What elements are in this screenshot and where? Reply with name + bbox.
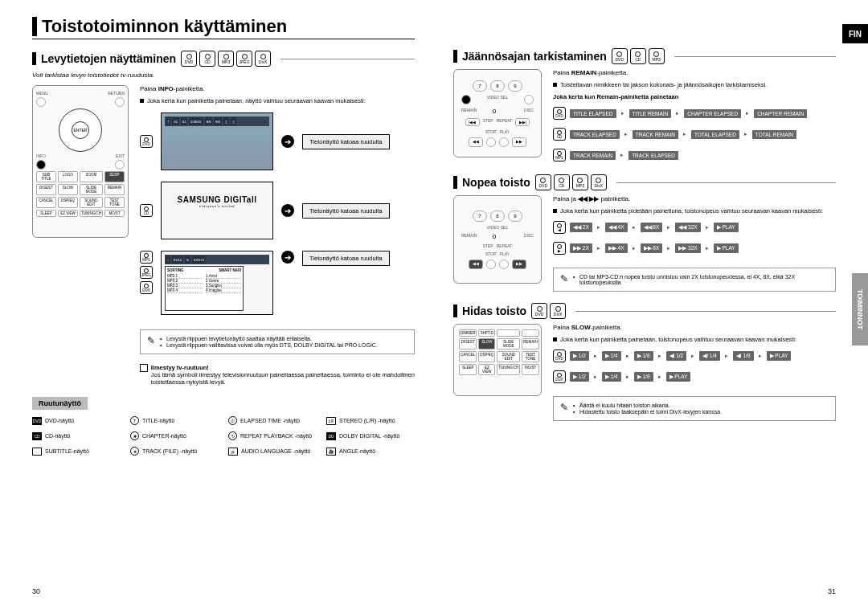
subtitle-icon: … [32, 448, 42, 456]
dolby-icon: DD [326, 432, 336, 440]
note-box: ✎ Levystä riippuen levytietonäyttö saatt… [140, 329, 415, 354]
page-number-left: 30 [32, 587, 40, 595]
angle-icon: 🎥 [326, 448, 336, 456]
cd-chip: CD [140, 204, 153, 217]
language-tab: FIN [842, 24, 868, 43]
intro-note: Voit tarkistaa levyn toistotiedot tv-ruu… [32, 72, 415, 79]
forward-button-icon: ▶▶ [512, 260, 526, 269]
osd-caption: Tietonäyttö katoaa ruudulta [302, 134, 390, 149]
slow-instruction: Paina SLOW-painiketta. [553, 324, 836, 331]
section-disc-info: Levytietojen näyttäminen [41, 52, 176, 65]
remote-fast: 789 VIDEO SEL REMAIN0DISC STEPREPEAT STO… [453, 195, 542, 284]
info-button-icon [36, 160, 46, 170]
osd-dvd-screen: T01010:00:01ENEN◻◻ [161, 112, 273, 170]
dvd-icon: DVD [32, 417, 42, 425]
cd-icon: CD [32, 432, 42, 440]
slow-button-icon: SLOW [478, 338, 495, 350]
slow-note: ✎ Ääntä ei kuulu hitaan toiston aikana. … [553, 396, 836, 421]
section-slow-play: Hidas toisto [462, 305, 526, 317]
clock-icon: ⏱ [228, 416, 237, 425]
rewind-button-icon: ◀◀ [469, 260, 483, 269]
remain-instruction: Paina REMAIN-painiketta. [553, 69, 836, 76]
osd-caption: Tietonäyttö katoaa ruudulta [302, 203, 390, 219]
context-chips: DVD CD MP3 [612, 48, 665, 64]
section-remaining-time: Jäännösajan tarkistaminen [462, 50, 607, 63]
note-icon: ✎ [560, 402, 568, 415]
side-tab: TOIMINNOT [852, 273, 868, 345]
tv-icon [140, 364, 148, 372]
tv-note: Ilmestyy tv-ruutuun! Jos tämä symboli il… [140, 364, 415, 386]
context-chips: DVD CD MP3 DivX [535, 174, 607, 190]
remain-bold: Joka kerta kun Remain-painiketta paineta… [553, 93, 836, 100]
fast-note: ✎ CD tai MP3-CD:n nopea toisto onnistuu … [553, 268, 836, 292]
osd-mp3-screen: ♪01/14↻0:00:21 SORTINGSMART NAVI MP3 1MP… [161, 251, 273, 315]
step1-title: Paina INFO-painiketta. [140, 85, 415, 92]
chapter-icon: ✱ [130, 431, 139, 440]
remote-remain: 789 VIDEO SEL REMAIN0DISC |◀◀STEPREPEAT▶… [453, 69, 542, 157]
remote-illustration: MENURETURN ENTER INFOEXIT SUB TITLELOGOZ… [32, 85, 129, 238]
arrow-icon: ➔ [281, 251, 294, 264]
navigation-ring: ENTER [59, 108, 102, 152]
context-chips: DVD CD MP3 JPEG DivX [181, 51, 271, 67]
mp3-chips: MP3 JPEG DivX [140, 251, 153, 294]
osd-cd-screen: SAMSUNG DIGITalleveryone's invited [161, 182, 273, 239]
remain-button-icon [461, 95, 471, 104]
page-number-right: 31 [828, 587, 836, 595]
audio-icon: 🔊 [228, 448, 238, 456]
title-icon: T [130, 416, 139, 425]
legend-heading: Ruutunäyttö [32, 397, 88, 410]
remote-slow: DIMMERSHFT-D DIGESTSLOWSLIDE MODEREMAIN … [453, 324, 542, 396]
samsung-logo: SAMSUNG DIGITalleveryone's invited [165, 195, 269, 208]
stereo-icon: LR [326, 417, 336, 425]
fast-instruction: Paina ja ◀◀ ▶▶ painiketta. [553, 195, 836, 202]
osd-caption: Tietonäyttö katoaa ruudulta [302, 251, 390, 266]
dvd-chip: DVD [140, 135, 153, 148]
note-icon: ✎ [560, 273, 568, 286]
arrow-icon: ➔ [281, 204, 294, 217]
arrow-icon: ➔ [281, 135, 294, 148]
context-chips: DVD DivX [531, 303, 566, 319]
section-fast-play: Nopea toisto [462, 176, 530, 189]
track-icon: ❋ [130, 447, 139, 456]
note-icon: ✎ [147, 335, 155, 349]
repeat-icon: ↻ [228, 431, 237, 440]
page-title: Toistotoiminnon käyttäminen [42, 16, 287, 37]
step1-sub: Joka kerta kun painiketta painetaan, näy… [140, 97, 415, 104]
legend-grid: DVDDVD-näyttö TTITLE-näyttö ⏱ELAPSED TIM… [32, 416, 415, 456]
